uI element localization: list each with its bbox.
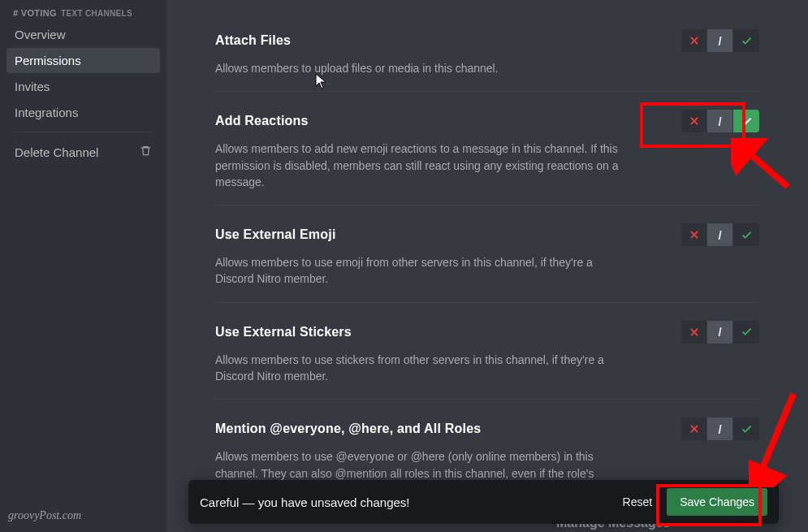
permissions-pane: ESC Attach Files / Allows members to upl… xyxy=(166,0,808,532)
channel-name: VOTING xyxy=(21,8,57,18)
permission-tristate: / xyxy=(681,29,759,52)
permission-tristate: / xyxy=(681,223,759,246)
sidebar-channel-header: # VOTING TEXT CHANNELS xyxy=(6,8,160,21)
permission-tristate: / xyxy=(681,110,759,132)
permission-title: Attach Files xyxy=(215,33,291,48)
permission-deny-button[interactable] xyxy=(681,223,707,246)
permission-tristate: / xyxy=(681,417,759,440)
permission-neutral-button[interactable]: / xyxy=(707,110,733,132)
sidebar-item-delete-channel[interactable]: Delete Channel xyxy=(6,139,160,165)
permission-allow-button[interactable] xyxy=(733,29,759,52)
sidebar-item-label: Overview xyxy=(15,28,66,41)
permission-allow-button[interactable] xyxy=(733,321,759,344)
sidebar-item-invites[interactable]: Invites xyxy=(6,74,160,99)
permission-row: Add Reactions / Allows members to add ne… xyxy=(215,92,759,205)
permission-allow-button[interactable] xyxy=(733,110,759,132)
permission-allow-button[interactable] xyxy=(733,223,759,246)
sidebar-item-permissions[interactable]: Permissions xyxy=(6,48,160,73)
permission-tristate: / xyxy=(681,321,759,344)
sidebar-item-label: Invites xyxy=(15,80,50,93)
permission-neutral-button[interactable]: / xyxy=(707,223,733,246)
save-changes-button[interactable]: Save Changes xyxy=(667,488,767,516)
sidebar-item-label: Delete Channel xyxy=(15,145,98,159)
channel-settings-sidebar: # VOTING TEXT CHANNELS Overview Permissi… xyxy=(0,0,166,532)
sidebar-item-label: Permissions xyxy=(15,54,81,67)
permission-description: Allows members to add new emoji reaction… xyxy=(215,141,621,190)
permission-description: Allows members to upload files or media … xyxy=(215,60,621,76)
unsaved-message: Careful — you have unsaved changes! xyxy=(200,495,410,509)
sidebar-item-overview[interactable]: Overview xyxy=(6,22,160,47)
permission-deny-button[interactable] xyxy=(681,417,707,440)
unsaved-changes-bar: Careful — you have unsaved changes! Rese… xyxy=(188,480,779,524)
sidebar-item-integrations[interactable]: Integrations xyxy=(6,100,160,125)
permission-deny-button[interactable] xyxy=(681,321,707,344)
permission-row: Use External Emoji / Allows members to u… xyxy=(215,205,759,303)
permission-title: Use External Emoji xyxy=(215,227,336,242)
reset-button[interactable]: Reset xyxy=(623,495,653,508)
permission-neutral-button[interactable]: / xyxy=(707,321,733,344)
trash-icon xyxy=(140,145,152,159)
watermark-credit: groovyPost.com xyxy=(8,509,81,522)
hash-icon: # xyxy=(13,8,18,18)
permission-title: Mention @everyone, @here, and All Roles xyxy=(215,422,481,436)
permission-deny-button[interactable] xyxy=(681,110,707,132)
permission-deny-button[interactable] xyxy=(681,29,707,52)
channel-category: TEXT CHANNELS xyxy=(61,9,132,18)
permission-allow-button[interactable] xyxy=(733,417,759,440)
permission-neutral-button[interactable]: / xyxy=(707,29,733,52)
sidebar-divider xyxy=(15,132,152,132)
permission-description: Allows members to use emoji from other s… xyxy=(215,254,621,288)
permission-row: Use External Stickers / Allows members t… xyxy=(215,303,759,400)
permission-title: Use External Stickers xyxy=(215,325,352,340)
permission-neutral-button[interactable]: / xyxy=(707,417,733,440)
sidebar-item-label: Integrations xyxy=(15,106,78,119)
permission-description: Allows members to use stickers from othe… xyxy=(215,352,621,385)
permission-title: Add Reactions xyxy=(215,114,309,128)
permission-row: Attach Files / Allows members to upload … xyxy=(215,24,759,92)
